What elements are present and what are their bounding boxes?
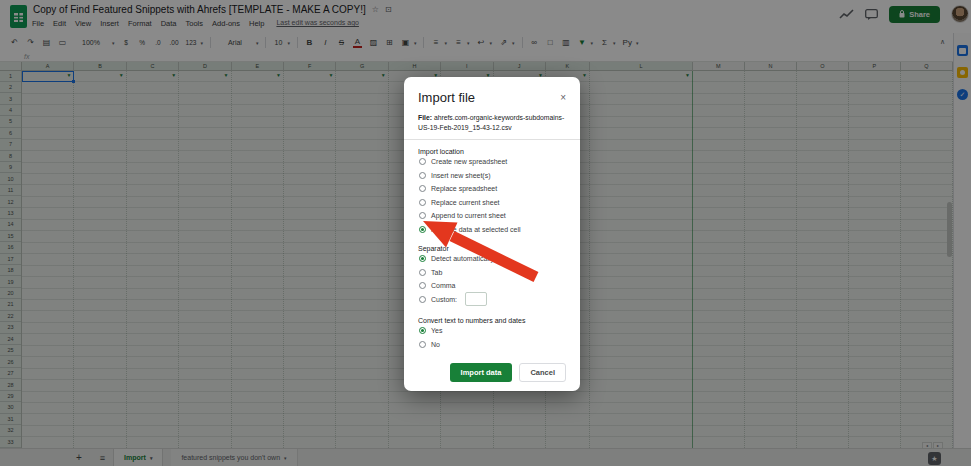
radio-label: Yes bbox=[431, 327, 442, 334]
radio-icon[interactable] bbox=[419, 296, 426, 303]
radio-icon[interactable] bbox=[419, 199, 426, 206]
radio-label: Detect automatically bbox=[431, 255, 494, 262]
import-data-button[interactable]: Import data bbox=[450, 363, 513, 382]
radio-label: Custom: bbox=[431, 296, 457, 303]
radio-option-replace-spreadsheet[interactable]: Replace spreadsheet bbox=[418, 182, 566, 196]
radio-option-replace-data-at-selected-cell[interactable]: Replace data at selected cell bbox=[418, 223, 566, 237]
close-icon[interactable]: × bbox=[560, 92, 566, 103]
radio-label: No bbox=[431, 341, 440, 348]
radio-icon[interactable] bbox=[419, 282, 426, 289]
radio-label: Replace spreadsheet bbox=[431, 185, 497, 192]
file-label: File: bbox=[418, 114, 432, 121]
page-margin-right bbox=[971, 0, 975, 473]
radio-option-no[interactable]: No bbox=[418, 338, 566, 352]
radio-icon[interactable] bbox=[419, 172, 426, 179]
radio-label: Comma bbox=[431, 282, 456, 289]
separator-label: Separator bbox=[418, 245, 566, 252]
import-location-options: Create new spreadsheetInsert new sheet(s… bbox=[418, 155, 566, 236]
divider bbox=[404, 139, 580, 140]
import-location-label: Import location bbox=[418, 148, 566, 155]
convert-label: Convert text to numbers and dates bbox=[418, 317, 566, 324]
radio-label: Insert new sheet(s) bbox=[431, 172, 491, 179]
cancel-button[interactable]: Cancel bbox=[519, 363, 566, 382]
custom-separator-input[interactable] bbox=[465, 292, 487, 306]
radio-option-insert-new-sheet-s-[interactable]: Insert new sheet(s) bbox=[418, 169, 566, 183]
radio-option-yes[interactable]: Yes bbox=[418, 324, 566, 338]
radio-icon[interactable] bbox=[419, 185, 426, 192]
radio-icon[interactable] bbox=[419, 341, 426, 348]
dialog-title: Import file bbox=[418, 90, 475, 105]
radio-label: Tab bbox=[431, 269, 442, 276]
radio-option-detect-automatically[interactable]: Detect automatically bbox=[418, 252, 566, 266]
radio-selected-icon[interactable] bbox=[419, 327, 426, 334]
radio-option-tab[interactable]: Tab bbox=[418, 266, 566, 280]
radio-icon[interactable] bbox=[419, 158, 426, 165]
radio-option-create-new-spreadsheet[interactable]: Create new spreadsheet bbox=[418, 155, 566, 169]
page-margin-bottom bbox=[0, 466, 975, 473]
radio-option-replace-current-sheet[interactable]: Replace current sheet bbox=[418, 196, 566, 210]
convert-options: YesNo bbox=[418, 324, 566, 351]
radio-selected-icon[interactable] bbox=[419, 255, 426, 262]
file-info: File: ahrefs.com-organic-keywords-subdom… bbox=[418, 113, 566, 132]
radio-option-custom-[interactable]: Custom: bbox=[418, 293, 566, 307]
radio-option-comma[interactable]: Comma bbox=[418, 279, 566, 293]
radio-label: Create new spreadsheet bbox=[431, 158, 507, 165]
radio-icon[interactable] bbox=[419, 212, 426, 219]
radio-icon[interactable] bbox=[419, 269, 426, 276]
radio-label: Replace data at selected cell bbox=[431, 226, 521, 233]
radio-label: Append to current sheet bbox=[431, 212, 506, 219]
radio-label: Replace current sheet bbox=[431, 199, 499, 206]
radio-selected-icon[interactable] bbox=[419, 226, 426, 233]
radio-option-append-to-current-sheet[interactable]: Append to current sheet bbox=[418, 209, 566, 223]
file-name: ahrefs.com-organic-keywords-subdomains-U… bbox=[418, 114, 564, 131]
separator-options: Detect automaticallyTabCommaCustom: bbox=[418, 252, 566, 306]
import-file-dialog: Import file × File: ahrefs.com-organic-k… bbox=[404, 77, 580, 391]
